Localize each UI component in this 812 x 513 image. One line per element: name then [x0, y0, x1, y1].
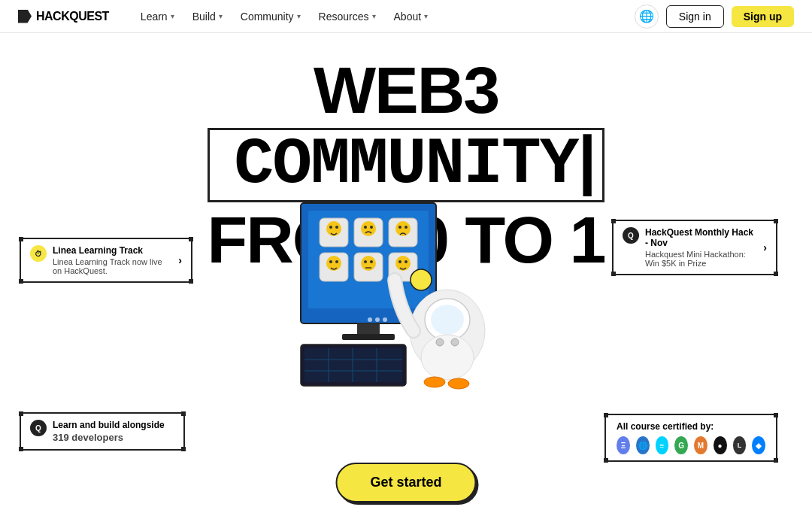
card-icon: ⏱ — [30, 245, 47, 262]
card-content: Learn and build alongside 319 developers — [53, 420, 165, 443]
card-content: HackQuest Monthly Hack - Nov Hackquest M… — [645, 227, 757, 268]
nav-community[interactable]: Community ▾ — [233, 6, 308, 27]
navbar: HACKQUEST Learn ▾ Build ▾ Community ▾ Re… — [0, 0, 812, 33]
diamond-logo: ◆ — [752, 436, 765, 454]
corner-dot — [774, 413, 778, 417]
svg-point-7 — [335, 226, 338, 229]
svg-point-45 — [448, 378, 469, 389]
svg-point-21 — [364, 260, 367, 263]
corner-dot — [611, 272, 616, 276]
svg-point-17 — [326, 256, 341, 271]
chevron-down-icon: ▾ — [372, 12, 376, 20]
card-subtitle: Linea Learning Track now live on HackQue… — [53, 257, 172, 275]
get-started-button[interactable]: Get started — [335, 463, 476, 502]
svg-rect-28 — [357, 323, 380, 334]
certified-label: All course certified by: — [617, 421, 765, 432]
svg-point-27 — [411, 269, 432, 290]
corner-dot — [774, 458, 778, 463]
green-logo: G — [674, 436, 688, 454]
svg-point-22 — [370, 260, 373, 263]
card-icon: Q — [30, 420, 47, 436]
dark-logo: ● — [714, 436, 727, 454]
arrow-icon: › — [763, 241, 767, 253]
developers-count: 319 developers — [53, 432, 165, 443]
card-content: Linea Learning Track Linea Learning Trac… — [53, 245, 172, 275]
nav-about[interactable]: About ▾ — [386, 6, 436, 27]
corner-dot — [181, 411, 186, 416]
globe-button[interactable]: 🌐 — [635, 5, 659, 29]
svg-rect-29 — [342, 334, 395, 340]
corner-dot — [189, 237, 193, 241]
svg-point-9 — [364, 226, 367, 229]
hero-line1: WEB3 — [208, 56, 605, 125]
corner-dot — [19, 447, 23, 451]
logo-text: HACKQUEST — [36, 10, 109, 23]
usdc-logo: 🌐 — [636, 436, 650, 454]
globe-icon: 🌐 — [639, 9, 654, 23]
svg-point-24 — [395, 256, 411, 271]
hackquest-monthly-card: Q HackQuest Monthly Hack - Nov Hackquest… — [612, 220, 777, 275]
corner-dot — [604, 413, 608, 417]
svg-point-6 — [329, 226, 332, 229]
svg-point-8 — [361, 221, 376, 236]
svg-point-26 — [404, 260, 408, 263]
card-icon: Q — [623, 227, 639, 244]
chevron-down-icon: ▾ — [297, 12, 301, 20]
svg-point-19 — [335, 260, 338, 263]
nav-build[interactable]: Build ▾ — [185, 6, 230, 27]
certified-logos: Ξ 🌐 ≡ G M ● L ◆ — [617, 436, 765, 454]
svg-point-20 — [361, 256, 376, 271]
svg-point-10 — [370, 226, 373, 229]
logo[interactable]: HACKQUEST — [18, 10, 109, 23]
corner-dot — [181, 447, 186, 451]
svg-point-32 — [383, 317, 387, 322]
signup-button[interactable]: Sign up — [732, 6, 794, 27]
corner-dot — [19, 279, 23, 284]
svg-point-30 — [368, 317, 372, 322]
svg-rect-34 — [304, 348, 402, 382]
svg-point-31 — [375, 317, 380, 322]
corner-dot — [774, 219, 778, 223]
svg-point-18 — [329, 260, 332, 263]
corner-dot — [611, 219, 616, 223]
corner-dot — [189, 279, 193, 284]
svg-point-25 — [398, 260, 401, 263]
svg-point-12 — [398, 226, 401, 229]
svg-point-11 — [395, 221, 411, 236]
svg-point-13 — [404, 226, 408, 229]
corner-dot — [604, 458, 608, 463]
nav-right: 🌐 Sign in Sign up — [635, 5, 794, 29]
signin-button[interactable]: Sign in — [666, 5, 724, 28]
nav-resources[interactable]: Resources ▾ — [311, 6, 383, 27]
svg-point-44 — [424, 377, 445, 387]
chevron-down-icon: ▾ — [171, 12, 174, 20]
svg-point-5 — [326, 221, 341, 236]
hero-illustration — [256, 196, 511, 406]
hero-line2: COMMUNITY — [208, 128, 605, 202]
card-title: HackQuest Monthly Hack - Nov — [645, 227, 757, 248]
linea-logo: ≡ — [656, 436, 669, 454]
ethereum-logo: Ξ — [617, 436, 630, 454]
svg-point-43 — [421, 335, 474, 380]
card-title: Learn and build alongside — [53, 420, 165, 430]
arrow-icon: › — [178, 254, 182, 266]
svg-point-42 — [431, 305, 464, 335]
chevron-down-icon: ▾ — [219, 12, 223, 20]
l-logo: L — [733, 436, 747, 454]
svg-point-47 — [451, 338, 459, 346]
svg-point-46 — [436, 338, 444, 346]
corner-dot — [19, 411, 23, 416]
nav-links: Learn ▾ Build ▾ Community ▾ Resources ▾ … — [133, 6, 635, 27]
corner-dot — [19, 237, 23, 241]
linea-card: ⏱ Linea Learning Track Linea Learning Tr… — [20, 238, 192, 283]
nav-learn[interactable]: Learn ▾ — [133, 6, 182, 27]
certified-card: All course certified by: Ξ 🌐 ≡ G M ● L ◆ — [604, 414, 777, 462]
illustration-svg — [256, 196, 511, 406]
chevron-down-icon: ▾ — [424, 12, 428, 20]
card-subtitle: Hackquest Mini Hackathon: Win $5K in Pri… — [645, 250, 757, 268]
developers-card: Q Learn and build alongside 319 develope… — [20, 412, 185, 451]
metis-logo: M — [694, 436, 707, 454]
card-title: Linea Learning Track — [53, 245, 172, 256]
corner-dot — [774, 272, 778, 276]
logo-icon — [18, 10, 32, 23]
